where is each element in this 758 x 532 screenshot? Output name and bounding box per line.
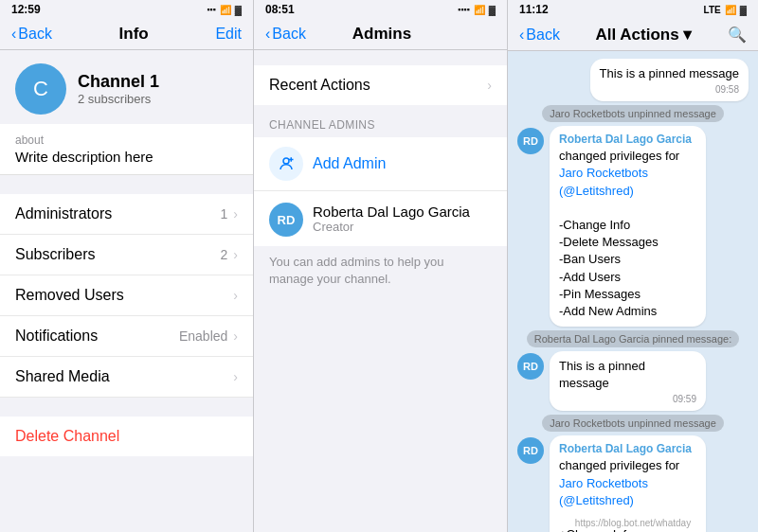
menu-item-subscribers[interactable]: Subscribers 2 ›: [0, 235, 253, 275]
add-admin-icon: [269, 147, 303, 181]
privileges-msg-1: RD Roberta Dal Lago Garcia changed privi…: [517, 126, 706, 327]
back-button-info[interactable]: ‹ Back: [11, 26, 52, 43]
recent-actions-row[interactable]: Recent Actions ›: [254, 65, 507, 105]
edit-button-info[interactable]: Edit: [215, 26, 242, 43]
subscribers-count-badge: 2: [221, 247, 228, 262]
admin-name-roberta: Roberta Dal Lago Garcia: [313, 204, 470, 220]
wifi-icon-admins: 📶: [474, 5, 485, 15]
back-button-admins[interactable]: ‹ Back: [265, 26, 306, 43]
delete-section: Delete Channel: [0, 417, 253, 456]
channel-subscribers: 2 subscribers: [78, 92, 159, 106]
battery-icon-info: ▓: [235, 5, 242, 15]
admins-panel: 08:51 ▪▪▪▪ 📶 ▓ ‹ Back Admins Recent Acti…: [254, 0, 508, 532]
lte-icon: LTE: [704, 5, 721, 15]
chat-messages[interactable]: This is a pinned message 09:58 Jaro Rock…: [508, 51, 758, 532]
admin-info-roberta: Roberta Dal Lago Garcia Creator: [313, 204, 470, 234]
menu-item-shared-media[interactable]: Shared Media ›: [0, 357, 253, 398]
pinned-left-text: This is a pinned message: [559, 358, 696, 392]
menu-label-removed-users: Removed Users: [15, 287, 124, 304]
status-bar-chat: 11:12 LTE 📶 ▓: [508, 0, 758, 19]
chevron-right-icon-removed: ›: [233, 288, 238, 303]
chevron-right-icon-media: ›: [233, 369, 238, 384]
channel-header: C Channel 1 2 subscribers: [0, 50, 253, 124]
chevron-left-icon-chat: ‹: [519, 27, 524, 44]
system-msg-pinned: Roberta Dal Lago Garcia pinned message:: [527, 330, 740, 347]
battery-icon-chat: ▓: [740, 5, 747, 15]
menu-label-subscribers: Subscribers: [15, 246, 95, 263]
avatar-rd-3: RD: [517, 437, 544, 464]
menu-item-removed-users[interactable]: Removed Users ›: [0, 275, 253, 316]
nav-title-info: Info: [119, 25, 149, 44]
recent-actions-label: Recent Actions: [269, 77, 370, 94]
delete-channel-button[interactable]: Delete Channel: [15, 428, 119, 444]
menu-label-notifications: Notifications: [15, 328, 98, 345]
channel-avatar: C: [15, 63, 66, 115]
status-bar-admins: 08:51 ▪▪▪▪ 📶 ▓: [254, 0, 507, 19]
channel-name: Channel 1: [78, 72, 159, 92]
admin-role-roberta: Creator: [313, 220, 470, 234]
sender-name-1: Roberta Dal Lago Garcia: [559, 133, 696, 146]
nav-title-chat: All Actions ▾: [596, 25, 693, 44]
privileges-text-1: changed privileges for Jaro Rocketbots (…: [559, 148, 696, 320]
pinned-message-bubble: This is a pinned message 09:58: [590, 59, 749, 101]
time-admins: 08:51: [265, 3, 295, 16]
chevron-left-icon-admins: ‹: [265, 26, 270, 43]
menu-label-shared-media: Shared Media: [15, 368, 110, 385]
admin-count-badge: 1: [221, 206, 228, 222]
avatar-rd-1: RD: [517, 128, 544, 154]
back-button-chat[interactable]: ‹ Back: [519, 27, 560, 44]
menu-label-administrators: Administrators: [15, 205, 112, 222]
add-admin-row[interactable]: Add Admin: [254, 137, 507, 191]
info-panel: 12:59 ▪▪▪ 📶 ▓ ‹ Back Info Edit C Channel…: [0, 0, 254, 532]
wifi-icon-chat: 📶: [725, 5, 736, 15]
chevron-right-icon-admins: ›: [233, 206, 238, 222]
link-jaro-1: Jaro Rocketbots (@Letitshred): [559, 166, 648, 197]
watermark: https://blog.bot.net/whatday: [575, 518, 691, 528]
menu-list: Administrators 1 › Subscribers 2 › Remov…: [0, 194, 253, 398]
pinned-message-text: This is a pinned message: [600, 65, 739, 82]
nav-bar-admins: ‹ Back Admins: [254, 19, 507, 50]
menu-item-administrators[interactable]: Administrators 1 ›: [0, 194, 253, 235]
menu-item-notifications[interactable]: Notifications Enabled ›: [0, 316, 253, 357]
system-msg-unpinned-2: Jaro Rocketbots unpinned message: [542, 415, 724, 432]
channel-admins-section-label: CHANNEL ADMINS: [254, 105, 507, 137]
admin-avatar-roberta: RD: [269, 203, 303, 237]
link-jaro-2: Jaro Rocketbots (@Letitshred): [559, 476, 648, 507]
system-msg-unpinned-1: Jaro Rocketbots unpinned message: [542, 105, 724, 122]
time-chat: 11:12: [519, 3, 549, 16]
svg-point-0: [283, 158, 289, 164]
add-admin-label: Add Admin: [313, 155, 386, 172]
nav-bar-chat: ‹ Back All Actions ▾ 🔍: [508, 19, 758, 51]
chevron-right-icon-notifications: ›: [233, 328, 238, 344]
chevron-left-icon-info: ‹: [11, 26, 16, 43]
wifi-icon-info: 📶: [220, 5, 231, 15]
about-value: Write description here: [0, 149, 253, 175]
admin-help-text: You can add admins to help you manage yo…: [254, 246, 507, 295]
status-bar-info: 12:59 ▪▪▪ 📶 ▓: [0, 0, 253, 19]
channel-info-text: Channel 1 2 subscribers: [78, 72, 159, 106]
status-icons-chat: LTE 📶 ▓: [704, 5, 747, 15]
nav-bar-info: ‹ Back Info Edit: [0, 19, 253, 50]
signal-icon-admins: ▪▪▪▪: [458, 5, 470, 14]
signal-icon-info: ▪▪▪: [207, 5, 216, 14]
avatar-rd-2: RD: [517, 353, 544, 380]
chevron-right-icon-recent: ›: [487, 78, 492, 93]
pinned-left-content: This is a pinned message 09:59: [550, 351, 706, 411]
notifications-status: Enabled: [179, 328, 227, 344]
sender-name-2: Roberta Dal Lago Garcia: [559, 442, 696, 455]
battery-icon-admins: ▓: [489, 5, 496, 15]
privileges-content-1: Roberta Dal Lago Garcia changed privileg…: [550, 126, 706, 327]
nav-title-admins: Admins: [352, 25, 411, 44]
about-section: about Write description here: [0, 124, 253, 175]
about-label: about: [0, 124, 253, 149]
pinned-left-msg: RD This is a pinned message 09:59: [517, 351, 706, 411]
chevron-right-icon-subscribers: ›: [233, 247, 238, 262]
chat-panel: 11:12 LTE 📶 ▓ ‹ Back All Actions ▾ 🔍 Thi…: [508, 0, 758, 532]
search-button-chat[interactable]: 🔍: [728, 26, 747, 44]
admin-row-roberta[interactable]: RD Roberta Dal Lago Garcia Creator: [254, 191, 507, 246]
time-info: 12:59: [11, 3, 41, 16]
status-icons-admins: ▪▪▪▪ 📶 ▓: [458, 5, 496, 15]
status-icons-info: ▪▪▪ 📶 ▓: [207, 5, 242, 15]
